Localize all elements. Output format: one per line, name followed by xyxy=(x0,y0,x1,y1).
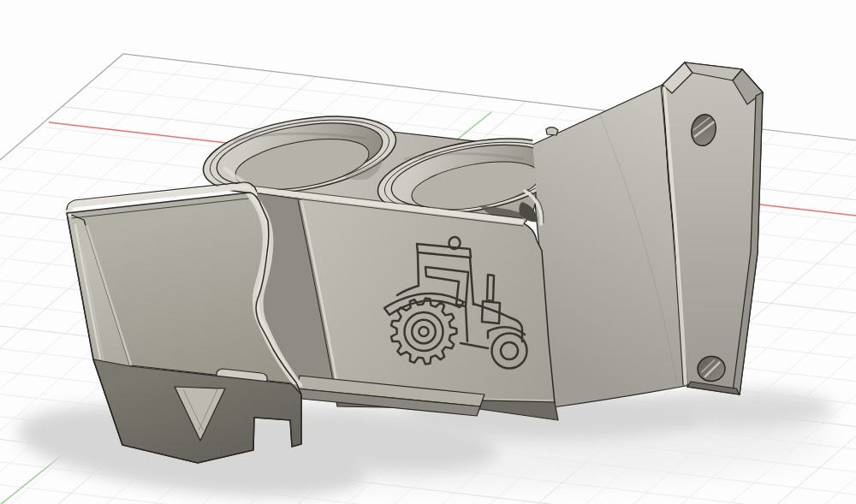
transition-panel[interactable] xyxy=(531,85,686,407)
transition-edge-nub xyxy=(546,127,558,135)
cad-viewport[interactable] xyxy=(0,0,856,504)
